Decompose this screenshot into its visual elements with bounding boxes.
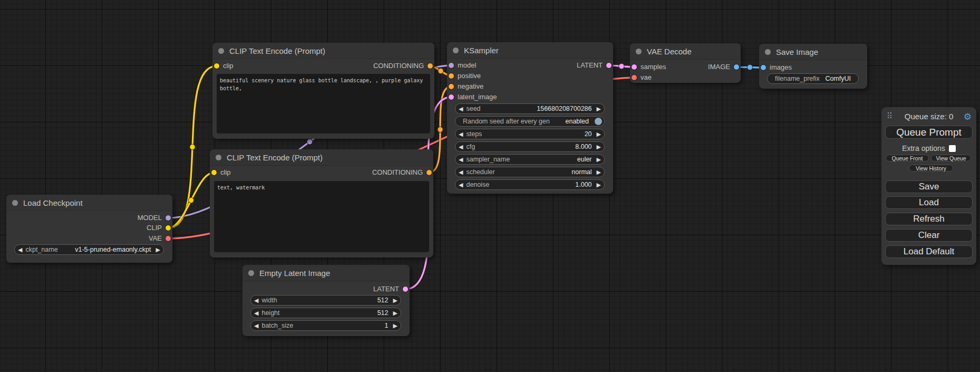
clear-button[interactable]: Clear (885, 229, 973, 242)
output-slot-dot[interactable] (166, 236, 171, 241)
vae_decode-input-vae: vae (630, 72, 741, 83)
clip_negative-prompt-textarea[interactable] (214, 181, 429, 252)
increment-arrow-icon[interactable]: ▶ (594, 179, 604, 190)
input-slot-label: latent_image (458, 92, 497, 102)
collapse-dot[interactable] (218, 48, 224, 54)
link-clip-pos-midpoint-dot[interactable] (190, 144, 195, 149)
node-title: CLIP Text Encode (Prompt) (212, 43, 434, 59)
node-title-text: VAE Decode (647, 47, 692, 56)
node-title: Empty Latent Image (242, 265, 410, 281)
output-slot-dot[interactable] (734, 64, 739, 70)
increment-arrow-icon[interactable]: ▶ (390, 308, 401, 318)
ksampler-widget-scheduler[interactable]: ◀schedulernormal▶ (455, 167, 605, 177)
output-slot-dot[interactable] (428, 63, 433, 69)
node-vae_decode[interactable]: VAE DecodesamplesvaeIMAGE (630, 43, 741, 83)
increment-arrow-icon[interactable]: ▶ (594, 141, 604, 152)
increment-arrow-icon[interactable]: ▶ (153, 244, 163, 255)
decrement-arrow-icon[interactable]: ◀ (251, 320, 261, 331)
refresh-button[interactable]: Refresh (885, 213, 973, 225)
widget-value: 1.000 (575, 181, 593, 188)
link-clip-neg-midpoint-dot[interactable] (188, 197, 193, 203)
empty_latent-widget-width[interactable]: ◀width512▶ (250, 295, 401, 306)
view-queue-button[interactable]: View Queue (931, 155, 971, 161)
ksampler-widget-steps[interactable]: ◀steps20▶ (455, 129, 605, 139)
node-title-text: Empty Latent Image (259, 269, 330, 278)
output-slot-dot[interactable] (606, 63, 612, 68)
link-samples-midpoint-dot[interactable] (619, 63, 624, 69)
output-slot-dot[interactable] (166, 215, 171, 221)
empty_latent-widget-batch_size[interactable]: ◀batch_size1▶ (250, 320, 401, 331)
output-slot-dot[interactable] (426, 170, 432, 175)
queue-front-button[interactable]: Queue Front (886, 155, 929, 161)
collapse-dot[interactable] (248, 270, 254, 276)
input-slot-dot[interactable] (761, 65, 766, 70)
widget-value: 512 (377, 309, 390, 317)
increment-arrow-icon[interactable]: ▶ (390, 295, 401, 306)
input-slot-dot[interactable] (449, 84, 454, 89)
ksampler-output-LATENT: LATENT (447, 60, 613, 71)
load_checkpoint-widget-ckpt_name[interactable]: ◀ckpt_namev1-5-pruned-emaonly.ckpt▶ (14, 244, 164, 255)
load-default-button[interactable]: Load Default (885, 245, 973, 258)
ksampler-widget-random-seed-after-every-gen[interactable]: Random seed after every genenabled (455, 116, 605, 127)
ksampler-input-latent_image: latent_image (447, 92, 613, 102)
output-slot-label: CLIP (147, 223, 162, 233)
collapse-dot[interactable] (636, 49, 642, 54)
extra-options-row: Extra options (881, 144, 976, 152)
queue-prompt-button[interactable]: Queue Prompt (885, 126, 973, 139)
increment-arrow-icon[interactable]: ▶ (594, 129, 604, 139)
clip_positive-prompt-textarea[interactable] (217, 74, 430, 133)
node-ksampler[interactable]: KSamplermodelpositivenegativelatent_imag… (447, 42, 613, 194)
widget-label: denoise (466, 181, 489, 188)
empty_latent-widget-height[interactable]: ◀height512▶ (250, 308, 401, 318)
node-load_checkpoint[interactable]: Load CheckpointMODELCLIPVAE◀ckpt_namev1-… (6, 195, 172, 263)
widget-value: normal (571, 168, 593, 176)
extra-options-checkbox[interactable] (949, 145, 956, 152)
increment-arrow-icon[interactable]: ▶ (594, 103, 604, 114)
decrement-arrow-icon[interactable]: ◀ (251, 295, 261, 306)
increment-arrow-icon[interactable]: ▶ (390, 320, 401, 331)
decrement-arrow-icon[interactable]: ◀ (455, 141, 466, 152)
input-slot-dot[interactable] (449, 73, 454, 79)
node-clip_negative[interactable]: CLIP Text Encode (Prompt)clipCONDITIONIN… (210, 149, 433, 257)
link-image-midpoint-dot[interactable] (747, 64, 752, 70)
collapse-dot[interactable] (453, 47, 459, 53)
save-button[interactable]: Save (885, 180, 973, 193)
graph-canvas[interactable]: Load CheckpointMODELCLIPVAE◀ckpt_namev1-… (0, 0, 980, 372)
settings-gear-icon[interactable]: ⚙ (964, 111, 972, 122)
link-model-midpoint-dot[interactable] (307, 139, 312, 144)
collapse-dot[interactable] (12, 200, 18, 206)
toggle-knob[interactable] (595, 118, 602, 125)
decrement-arrow-icon[interactable]: ◀ (455, 167, 466, 177)
output-slot-label: LATENT (577, 60, 603, 71)
widget-label: cfg (466, 143, 475, 150)
collapse-dot[interactable] (216, 155, 221, 160)
ksampler-widget-cfg[interactable]: ◀cfg8.000▶ (455, 141, 605, 152)
decrement-arrow-icon[interactable]: ◀ (455, 179, 466, 190)
decrement-arrow-icon[interactable]: ◀ (455, 154, 466, 165)
load-button[interactable]: Load (885, 196, 973, 209)
output-slot-label: VAE (149, 233, 162, 244)
increment-arrow-icon[interactable]: ▶ (594, 167, 604, 177)
ksampler-widget-sampler_name[interactable]: ◀sampler_nameeuler▶ (455, 154, 605, 165)
decrement-arrow-icon[interactable]: ◀ (251, 308, 261, 318)
decrement-arrow-icon[interactable]: ◀ (15, 244, 25, 255)
widget-value: v1-5-pruned-emaonly.ckpt (75, 246, 152, 253)
link-negative-midpoint-dot[interactable] (438, 127, 443, 132)
ksampler-widget-denoise[interactable]: ◀denoise1.000▶ (455, 179, 605, 190)
decrement-arrow-icon[interactable]: ◀ (455, 103, 466, 114)
node-empty_latent[interactable]: Empty Latent ImageLATENT◀width512▶◀heigh… (242, 265, 410, 336)
output-slot-label: CONDITIONING (372, 167, 423, 178)
link-positive-midpoint-dot[interactable] (438, 68, 443, 73)
output-slot-dot[interactable] (166, 225, 171, 231)
save_image-widget-filename_prefix[interactable]: filename_prefixComfyUI (767, 73, 859, 84)
input-slot-dot[interactable] (449, 94, 454, 100)
output-slot-dot[interactable] (403, 287, 408, 292)
increment-arrow-icon[interactable]: ▶ (594, 154, 604, 165)
collapse-dot[interactable] (765, 49, 771, 55)
input-slot-dot[interactable] (632, 75, 637, 80)
ksampler-widget-seed[interactable]: ◀seed156680208700286▶ (455, 103, 605, 114)
node-save_image[interactable]: Save Imageimagesfilename_prefixComfyUI (759, 44, 867, 89)
decrement-arrow-icon[interactable]: ◀ (455, 129, 466, 139)
view-history-button[interactable]: View History (909, 165, 953, 171)
node-clip_positive[interactable]: CLIP Text Encode (Prompt)clipCONDITIONIN… (212, 43, 434, 139)
